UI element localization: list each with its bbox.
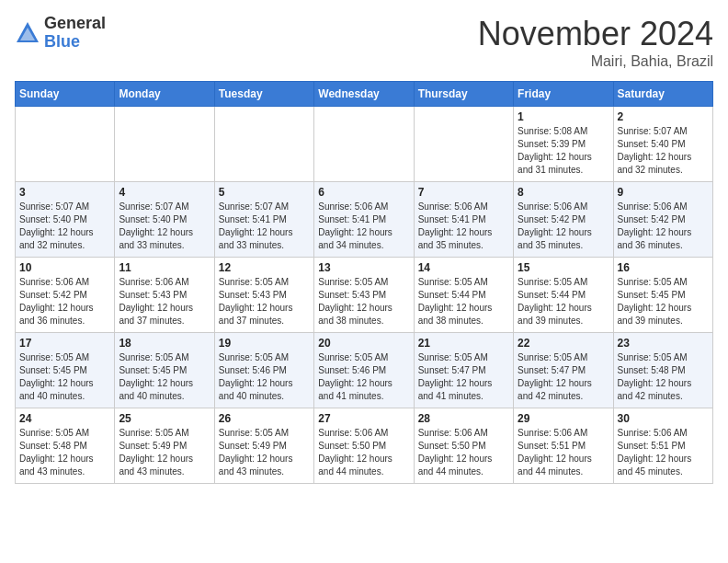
calendar-cell: 19Sunrise: 5:05 AM Sunset: 5:46 PM Dayli…	[214, 333, 313, 408]
calendar-cell: 18Sunrise: 5:05 AM Sunset: 5:45 PM Dayli…	[115, 333, 214, 408]
day-info: Sunrise: 5:05 AM Sunset: 5:46 PM Dayligh…	[318, 351, 409, 403]
day-number: 10	[19, 261, 110, 274]
logo-blue: Blue	[44, 32, 80, 51]
day-number: 7	[418, 186, 509, 199]
day-number: 27	[318, 412, 409, 425]
day-info: Sunrise: 5:05 AM Sunset: 5:43 PM Dayligh…	[318, 276, 409, 327]
day-number: 2	[618, 110, 709, 123]
day-info: Sunrise: 5:06 AM Sunset: 5:51 PM Dayligh…	[518, 427, 609, 478]
weekday-header: Monday	[115, 82, 214, 107]
calendar-cell: 20Sunrise: 5:05 AM Sunset: 5:46 PM Dayli…	[314, 333, 414, 408]
day-info: Sunrise: 5:06 AM Sunset: 5:42 PM Dayligh…	[518, 201, 609, 252]
calendar-cell: 5Sunrise: 5:07 AM Sunset: 5:41 PM Daylig…	[214, 182, 313, 258]
calendar-cell: 21Sunrise: 5:05 AM Sunset: 5:47 PM Dayli…	[414, 333, 513, 408]
day-number: 14	[418, 261, 509, 274]
day-info: Sunrise: 5:08 AM Sunset: 5:39 PM Dayligh…	[518, 125, 609, 177]
day-info: Sunrise: 5:05 AM Sunset: 5:47 PM Dayligh…	[418, 351, 509, 403]
day-info: Sunrise: 5:06 AM Sunset: 5:41 PM Dayligh…	[418, 201, 509, 252]
day-number: 15	[518, 261, 609, 274]
weekday-header: Tuesday	[214, 82, 313, 107]
calendar-cell: 25Sunrise: 5:05 AM Sunset: 5:49 PM Dayli…	[115, 408, 214, 484]
calendar-cell: 12Sunrise: 5:05 AM Sunset: 5:43 PM Dayli…	[214, 258, 313, 333]
calendar-cell: 6Sunrise: 5:06 AM Sunset: 5:41 PM Daylig…	[314, 182, 414, 258]
calendar-cell	[115, 107, 214, 182]
weekday-header-row: SundayMondayTuesdayWednesdayThursdayFrid…	[16, 82, 713, 107]
day-info: Sunrise: 5:07 AM Sunset: 5:40 PM Dayligh…	[119, 201, 210, 252]
calendar: SundayMondayTuesdayWednesdayThursdayFrid…	[15, 81, 713, 484]
calendar-week-row: 10Sunrise: 5:06 AM Sunset: 5:42 PM Dayli…	[16, 258, 713, 333]
day-info: Sunrise: 5:05 AM Sunset: 5:45 PM Dayligh…	[618, 276, 709, 327]
day-info: Sunrise: 5:07 AM Sunset: 5:40 PM Dayligh…	[618, 125, 709, 177]
day-info: Sunrise: 5:07 AM Sunset: 5:40 PM Dayligh…	[19, 201, 110, 252]
calendar-cell: 17Sunrise: 5:05 AM Sunset: 5:45 PM Dayli…	[16, 333, 115, 408]
weekday-header: Wednesday	[314, 82, 414, 107]
calendar-week-row: 1Sunrise: 5:08 AM Sunset: 5:39 PM Daylig…	[16, 107, 713, 182]
calendar-cell: 7Sunrise: 5:06 AM Sunset: 5:41 PM Daylig…	[414, 182, 513, 258]
calendar-cell: 16Sunrise: 5:05 AM Sunset: 5:45 PM Dayli…	[613, 258, 712, 333]
calendar-cell: 4Sunrise: 5:07 AM Sunset: 5:40 PM Daylig…	[115, 182, 214, 258]
weekday-header: Saturday	[613, 82, 712, 107]
day-info: Sunrise: 5:06 AM Sunset: 5:50 PM Dayligh…	[418, 427, 509, 478]
day-info: Sunrise: 5:05 AM Sunset: 5:43 PM Dayligh…	[219, 276, 310, 327]
calendar-week-row: 24Sunrise: 5:05 AM Sunset: 5:48 PM Dayli…	[16, 408, 713, 484]
logo: General Blue	[15, 15, 106, 52]
day-number: 17	[19, 337, 110, 350]
day-info: Sunrise: 5:06 AM Sunset: 5:42 PM Dayligh…	[618, 201, 709, 252]
weekday-header: Thursday	[414, 82, 513, 107]
day-number: 25	[119, 412, 210, 425]
calendar-cell: 9Sunrise: 5:06 AM Sunset: 5:42 PM Daylig…	[613, 182, 712, 258]
day-number: 24	[19, 412, 110, 425]
day-info: Sunrise: 5:05 AM Sunset: 5:44 PM Dayligh…	[518, 276, 609, 327]
calendar-cell	[16, 107, 115, 182]
day-number: 16	[618, 261, 709, 274]
day-number: 13	[318, 261, 409, 274]
calendar-cell: 14Sunrise: 5:05 AM Sunset: 5:44 PM Dayli…	[414, 258, 513, 333]
calendar-cell	[414, 107, 513, 182]
day-info: Sunrise: 5:05 AM Sunset: 5:45 PM Dayligh…	[119, 351, 210, 403]
logo-general: General	[44, 14, 106, 32]
day-info: Sunrise: 5:05 AM Sunset: 5:48 PM Dayligh…	[19, 427, 110, 478]
day-number: 8	[518, 186, 609, 199]
day-info: Sunrise: 5:06 AM Sunset: 5:41 PM Dayligh…	[318, 201, 409, 252]
calendar-cell	[214, 107, 313, 182]
day-info: Sunrise: 5:05 AM Sunset: 5:44 PM Dayligh…	[418, 276, 509, 327]
calendar-cell: 24Sunrise: 5:05 AM Sunset: 5:48 PM Dayli…	[16, 408, 115, 484]
month-title: November 2024	[478, 15, 713, 53]
page-header: General Blue November 2024 Mairi, Bahia,…	[15, 15, 713, 70]
calendar-cell: 1Sunrise: 5:08 AM Sunset: 5:39 PM Daylig…	[514, 107, 613, 182]
day-number: 4	[119, 186, 210, 199]
day-number: 1	[518, 110, 609, 123]
calendar-week-row: 17Sunrise: 5:05 AM Sunset: 5:45 PM Dayli…	[16, 333, 713, 408]
day-number: 5	[219, 186, 310, 199]
day-info: Sunrise: 5:07 AM Sunset: 5:41 PM Dayligh…	[219, 201, 310, 252]
weekday-header: Sunday	[16, 82, 115, 107]
day-number: 28	[418, 412, 509, 425]
calendar-cell	[314, 107, 414, 182]
calendar-cell: 26Sunrise: 5:05 AM Sunset: 5:49 PM Dayli…	[214, 408, 313, 484]
calendar-cell: 10Sunrise: 5:06 AM Sunset: 5:42 PM Dayli…	[16, 258, 115, 333]
calendar-cell: 28Sunrise: 5:06 AM Sunset: 5:50 PM Dayli…	[414, 408, 513, 484]
calendar-cell: 23Sunrise: 5:05 AM Sunset: 5:48 PM Dayli…	[613, 333, 712, 408]
calendar-cell: 29Sunrise: 5:06 AM Sunset: 5:51 PM Dayli…	[514, 408, 613, 484]
calendar-cell: 2Sunrise: 5:07 AM Sunset: 5:40 PM Daylig…	[613, 107, 712, 182]
day-info: Sunrise: 5:06 AM Sunset: 5:50 PM Dayligh…	[318, 427, 409, 478]
logo-text: General Blue	[44, 15, 106, 52]
calendar-cell: 13Sunrise: 5:05 AM Sunset: 5:43 PM Dayli…	[314, 258, 414, 333]
day-number: 21	[418, 337, 509, 350]
day-number: 20	[318, 337, 409, 350]
day-info: Sunrise: 5:05 AM Sunset: 5:49 PM Dayligh…	[119, 427, 210, 478]
day-info: Sunrise: 5:05 AM Sunset: 5:45 PM Dayligh…	[19, 351, 110, 403]
day-number: 3	[19, 186, 110, 199]
day-info: Sunrise: 5:05 AM Sunset: 5:48 PM Dayligh…	[618, 351, 709, 403]
location: Mairi, Bahia, Brazil	[478, 53, 713, 70]
calendar-cell: 30Sunrise: 5:06 AM Sunset: 5:51 PM Dayli…	[613, 408, 712, 484]
day-number: 19	[219, 337, 310, 350]
day-info: Sunrise: 5:05 AM Sunset: 5:47 PM Dayligh…	[518, 351, 609, 403]
logo-icon	[15, 20, 40, 46]
day-info: Sunrise: 5:06 AM Sunset: 5:42 PM Dayligh…	[19, 276, 110, 327]
calendar-cell: 22Sunrise: 5:05 AM Sunset: 5:47 PM Dayli…	[514, 333, 613, 408]
title-block: November 2024 Mairi, Bahia, Brazil	[478, 15, 713, 70]
day-number: 22	[518, 337, 609, 350]
day-info: Sunrise: 5:06 AM Sunset: 5:43 PM Dayligh…	[119, 276, 210, 327]
weekday-header: Friday	[514, 82, 613, 107]
